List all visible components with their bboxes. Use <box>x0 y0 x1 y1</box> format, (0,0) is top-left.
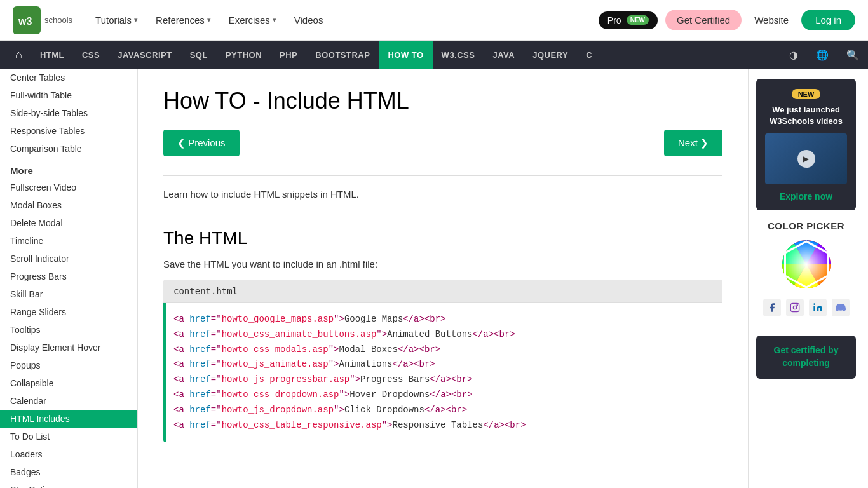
second-nav: ⌂ HTML CSS JAVASCRIPT SQL PYTHON PHP BOO… <box>0 41 868 69</box>
color-picker-section: COLOR PICKER <box>756 220 856 325</box>
nav-html[interactable]: HTML <box>31 41 73 69</box>
instagram-icon[interactable] <box>786 299 804 316</box>
code-line: <a href="howto_js_animate.asp">Animation… <box>173 357 712 372</box>
exercises-arrow-icon: ▾ <box>273 16 276 24</box>
sidebar-item-center-tables[interactable]: Center Tables <box>0 69 137 86</box>
next-button[interactable]: Next ❯ <box>664 130 722 156</box>
code-line: <a href="howto_google_maps.asp">Google M… <box>173 312 712 327</box>
sidebar-item-collapsible[interactable]: Collapsible <box>0 374 137 392</box>
get-certified-button[interactable]: Get Certified <box>665 10 742 30</box>
references-arrow-icon: ▾ <box>207 16 211 24</box>
facebook-icon[interactable] <box>763 299 781 316</box>
sidebar-item-side-by-side[interactable]: Side-by-side Tables <box>0 104 137 122</box>
pro-new-tag: NEW <box>627 15 649 25</box>
sidebar-item-modal-boxes[interactable]: Modal Boxes <box>0 196 137 214</box>
globe-icon[interactable]: 🌐 <box>807 41 837 69</box>
nav-exercises[interactable]: Exercises ▾ <box>221 10 284 30</box>
second-nav-right: ◑ 🌐 🔍 <box>780 41 868 69</box>
nav-jquery[interactable]: JQUERY <box>524 41 577 69</box>
sidebar-item-comparison-table[interactable]: Comparison Table <box>0 140 137 158</box>
code-line: <a href="howto_css_dropdown.asp">Hover D… <box>173 388 712 403</box>
nav-css[interactable]: CSS <box>73 41 109 69</box>
nav-javascript[interactable]: JAVASCRIPT <box>109 41 180 69</box>
nav-c[interactable]: C <box>577 41 601 69</box>
logo-icon: w3 <box>13 6 41 34</box>
sidebar-item-calendar[interactable]: Calendar <box>0 392 137 410</box>
nav-references[interactable]: References ▾ <box>148 10 219 30</box>
login-button[interactable]: Log in <box>801 10 855 30</box>
code-line: <a href="howto_css_animate_buttons.asp">… <box>173 327 712 342</box>
sidebar-item-html-includes[interactable]: HTML Includes <box>0 410 137 428</box>
sidebar-item-responsive-tables[interactable]: Responsive Tables <box>0 122 137 140</box>
nav-videos[interactable]: Videos <box>287 10 331 30</box>
nav-tutorials[interactable]: Tutorials ▾ <box>88 10 146 30</box>
svg-point-2 <box>782 240 831 288</box>
nav-howto[interactable]: HOW TO <box>379 41 432 69</box>
page-title: How TO - Include HTML <box>163 88 722 114</box>
contrast-icon[interactable]: ◑ <box>780 41 807 69</box>
svg-point-5 <box>793 306 796 309</box>
sidebar-item-to-do-list[interactable]: To Do List <box>0 428 137 445</box>
sidebar-item-range-sliders[interactable]: Range Sliders <box>0 303 137 321</box>
social-icons <box>756 299 856 316</box>
color-wheel[interactable] <box>781 239 832 290</box>
sidebar-item-skill-bar[interactable]: Skill Bar <box>0 285 137 303</box>
logo-text: schools <box>44 15 72 25</box>
sidebar-item-loaders[interactable]: Loaders <box>0 445 137 463</box>
website-link[interactable]: Website <box>749 10 794 30</box>
tutorials-arrow-icon: ▾ <box>134 16 138 24</box>
search-icon[interactable]: 🔍 <box>837 41 868 69</box>
sidebar: Center Tables Full-width Table Side-by-s… <box>0 69 138 488</box>
explore-link[interactable]: Explore now <box>780 191 832 201</box>
sidebar-item-badges[interactable]: Badges <box>0 463 137 481</box>
top-nav: w3 schools Tutorials ▾ References ▾ Exer… <box>0 0 868 41</box>
sidebar-item-timeline[interactable]: Timeline <box>0 232 137 250</box>
nav-bootstrap[interactable]: BOOTSTRAP <box>306 41 379 69</box>
code-line: <a href="howto_css_modals.asp">Modal Box… <box>173 342 712 358</box>
sidebar-item-delete-modal[interactable]: Delete Modal <box>0 214 137 232</box>
sidebar-item-tooltips[interactable]: Tooltips <box>0 321 137 339</box>
promo-card: NEW We just launched W3Schools videos ▶ … <box>756 79 856 210</box>
color-picker-title: COLOR PICKER <box>756 220 856 231</box>
divider-1 <box>163 175 722 176</box>
home-icon[interactable]: ⌂ <box>6 41 31 69</box>
logo[interactable]: w3 schools <box>13 6 72 34</box>
code-line: <a href="howto_js_progressbar.asp">Progr… <box>173 372 712 388</box>
sidebar-item-fullscreen-video[interactable]: Fullscreen Video <box>0 179 137 196</box>
sidebar-more-header: More <box>0 158 137 179</box>
get-certified-card-title: Get certified by completing <box>765 344 847 369</box>
nav-java[interactable]: JAVA <box>484 41 524 69</box>
nav-sql[interactable]: SQL <box>181 41 217 69</box>
sidebar-item-full-width-table[interactable]: Full-width Table <box>0 86 137 104</box>
code-line: <a href="howto_js_dropdown.asp">Click Dr… <box>173 403 712 418</box>
section-title: The HTML <box>163 228 722 248</box>
sidebar-item-display-element-hover[interactable]: Display Element Hover <box>0 339 137 356</box>
sidebar-item-scroll-indicator[interactable]: Scroll Indicator <box>0 250 137 268</box>
sidebar-item-progress-bars[interactable]: Progress Bars <box>0 268 137 285</box>
pro-badge[interactable]: Pro NEW <box>599 11 658 29</box>
nav-python[interactable]: PYTHON <box>217 41 271 69</box>
code-filename: content.html <box>163 280 722 303</box>
get-certified-card: Get certified by completing <box>756 336 856 378</box>
nav-buttons: ❮ Previous Next ❯ <box>163 130 722 156</box>
nav-w3css[interactable]: W3.CSS <box>433 41 484 69</box>
sidebar-item-popups[interactable]: Popups <box>0 356 137 374</box>
promo-new-badge: NEW <box>792 89 821 99</box>
right-panel: NEW We just launched W3Schools videos ▶ … <box>748 69 864 488</box>
code-line: <a href="howto_css_table_responsive.asp"… <box>173 418 712 433</box>
section-description: Learn how to include HTML snippets in HT… <box>163 189 722 200</box>
code-body: <a href="howto_google_maps.asp">Google M… <box>163 303 722 442</box>
promo-video-thumb[interactable]: ▶ <box>765 133 847 184</box>
top-nav-right: Pro NEW Get Certified Website Log in <box>599 10 855 30</box>
promo-title: We just launched W3Schools videos <box>765 104 847 127</box>
linkedin-icon[interactable] <box>809 299 827 316</box>
discord-icon[interactable] <box>832 299 850 316</box>
sidebar-item-star-rating[interactable]: Star Rating <box>0 481 137 488</box>
section-subdesc: Save the HTML you want to include in an … <box>163 259 722 269</box>
svg-text:w3: w3 <box>18 16 32 27</box>
divider-2 <box>163 215 722 215</box>
top-nav-links: Tutorials ▾ References ▾ Exercises ▾ Vid… <box>88 10 583 30</box>
previous-button[interactable]: ❮ Previous <box>163 130 240 156</box>
nav-php[interactable]: PHP <box>271 41 306 69</box>
play-button[interactable]: ▶ <box>797 150 815 168</box>
